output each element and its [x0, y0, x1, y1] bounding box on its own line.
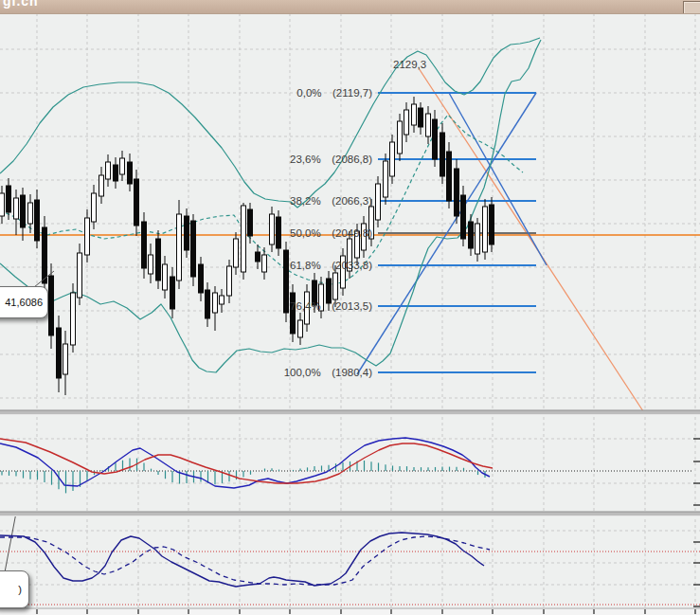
candle [85, 218, 90, 255]
candle [298, 320, 303, 337]
candle [106, 162, 111, 179]
candle [49, 276, 54, 335]
candle [92, 193, 97, 222]
candle [234, 239, 239, 267]
candle [191, 221, 196, 277]
candle [149, 255, 153, 274]
candle [447, 152, 452, 201]
candle [291, 293, 296, 334]
candle [171, 277, 175, 309]
price-tooltip-value: 41,6086 [5, 297, 43, 308]
window-title: gi.ch [3, 0, 39, 9]
bottom-axis-layer [0, 608, 700, 615]
panel-separator[interactable] [0, 512, 700, 516]
candle [135, 179, 139, 226]
candle [256, 252, 260, 262]
candle [99, 175, 104, 196]
candle [384, 161, 388, 197]
panel-separator[interactable] [0, 410, 700, 415]
candle [78, 253, 82, 298]
candle [476, 224, 480, 254]
candle [419, 108, 423, 127]
candle [199, 264, 204, 293]
candle [43, 227, 47, 283]
price-tooltip: 41,6086 [0, 286, 48, 318]
candle [227, 266, 232, 296]
candle [120, 158, 125, 174]
chart-canvas: 0,0% (2119,7)23,6% (2086,8)38,2% (2066,3… [0, 0, 700, 615]
candle [284, 250, 289, 313]
fib-label: 23,6% (2086,8) [290, 154, 372, 165]
candle [483, 207, 488, 252]
candle [114, 165, 118, 181]
candle [206, 290, 210, 318]
candle [469, 222, 474, 248]
candle [440, 133, 445, 176]
candle [0, 193, 5, 216]
candle [490, 205, 494, 244]
candle [277, 217, 281, 248]
candle [63, 344, 68, 374]
candle [333, 273, 338, 299]
candle [455, 169, 459, 216]
candle [7, 186, 11, 212]
candle [390, 142, 395, 176]
candle [71, 293, 76, 345]
candle [433, 119, 438, 159]
candle [14, 198, 19, 219]
candle [142, 222, 147, 268]
axis-strip [0, 609, 700, 615]
candle [376, 184, 381, 220]
candle [404, 110, 409, 135]
candle [398, 121, 403, 154]
candle [426, 114, 431, 136]
window-control-button[interactable] [683, 1, 700, 14]
fib-label: 61,8% (2033,8) [290, 260, 372, 271]
fib-label: 50,0% (2049,8) [290, 227, 372, 239]
candle [57, 328, 62, 378]
candle [262, 255, 267, 272]
fib-label: 76,4% (2013,5) [290, 300, 372, 312]
chart-window: 0,0% (2119,7)23,6% (2086,8)38,2% (2066,3… [0, 0, 700, 615]
window-titlebar[interactable]: gi.ch [0, 0, 700, 14]
candle [185, 216, 189, 250]
candle [242, 206, 246, 272]
fib-label: 38,2% (2066,3) [290, 195, 372, 207]
peak-price-label: 2129,3 [393, 59, 426, 70]
fib-label: 100,0% (1980,4) [284, 367, 373, 378]
candle [35, 200, 40, 241]
candle [21, 195, 26, 227]
candle [28, 203, 33, 224]
candle [248, 209, 253, 236]
candle [128, 162, 133, 184]
fib-label: 0,0% (2119,7) [296, 87, 372, 99]
stoch-tooltip-value: ) [18, 584, 22, 595]
candle [412, 104, 417, 125]
candle [220, 296, 224, 304]
candle [213, 293, 218, 313]
candle [461, 195, 466, 239]
candle [270, 214, 275, 244]
candle [156, 239, 161, 280]
stoch-tooltip: ) [0, 570, 29, 608]
candle [177, 214, 182, 280]
candle [163, 264, 168, 290]
